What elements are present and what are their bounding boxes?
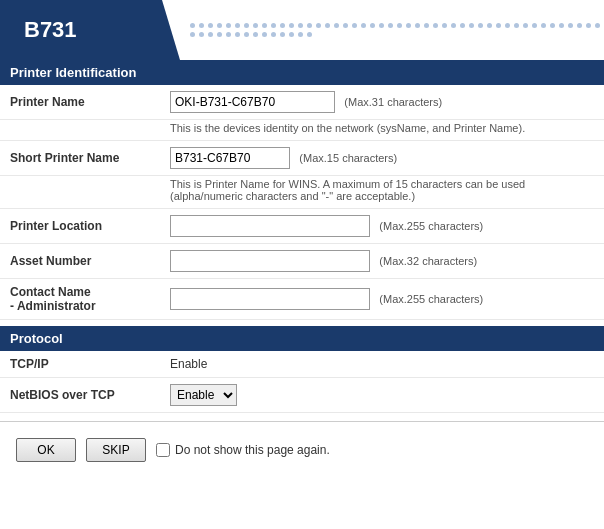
header-decoration <box>180 0 604 60</box>
footer: OK SKIP Do not show this page again. <box>0 421 604 478</box>
printer-name-label: Printer Name <box>0 85 160 120</box>
tcp-ip-row: TCP/IP Enable <box>0 351 604 378</box>
protocol-form: TCP/IP Enable NetBIOS over TCP Enable Di… <box>0 351 604 413</box>
contact-name-row: Contact Name- Administrator (Max.255 cha… <box>0 279 604 320</box>
do-not-show-label[interactable]: Do not show this page again. <box>156 443 330 457</box>
printer-name-row: Printer Name (Max.31 characters) <box>0 85 604 120</box>
printer-name-value-cell: (Max.31 characters) <box>160 85 604 120</box>
asset-number-row: Asset Number (Max.32 characters) <box>0 244 604 279</box>
printer-location-value-cell: (Max.255 characters) <box>160 209 604 244</box>
do-not-show-checkbox[interactable] <box>156 443 170 457</box>
asset-number-label: Asset Number <box>0 244 160 279</box>
contact-name-input[interactable] <box>170 288 370 310</box>
title-text: B731 <box>24 17 77 43</box>
asset-number-value-cell: (Max.32 characters) <box>160 244 604 279</box>
identification-section-header: Printer Identification <box>0 60 604 85</box>
page-header: B731 <box>0 0 604 60</box>
do-not-show-text: Do not show this page again. <box>175 443 330 457</box>
netbios-select[interactable]: Enable Disable <box>170 384 237 406</box>
netbios-row: NetBIOS over TCP Enable Disable <box>0 378 604 413</box>
main-content: Printer Identification Printer Name (Max… <box>0 60 604 413</box>
netbios-value-cell: Enable Disable <box>160 378 604 413</box>
skip-button[interactable]: SKIP <box>86 438 146 462</box>
short-printer-name-row: Short Printer Name (Max.15 characters) <box>0 141 604 176</box>
printer-name-input[interactable] <box>170 91 335 113</box>
printer-name-desc-row: This is the devices identity on the netw… <box>0 120 604 141</box>
printer-location-input[interactable] <box>170 215 370 237</box>
contact-name-max-hint: (Max.255 characters) <box>379 293 483 305</box>
page-title: B731 <box>0 0 180 60</box>
printer-location-row: Printer Location (Max.255 characters) <box>0 209 604 244</box>
contact-name-label: Contact Name- Administrator <box>0 279 160 320</box>
netbios-label: NetBIOS over TCP <box>0 378 160 413</box>
short-printer-name-max-hint: (Max.15 characters) <box>299 152 397 164</box>
asset-number-max-hint: (Max.32 characters) <box>379 255 477 267</box>
dots-pattern <box>190 23 604 37</box>
printer-location-max-hint: (Max.255 characters) <box>379 220 483 232</box>
short-printer-name-description: This is Printer Name for WINS. A maximum… <box>0 176 604 209</box>
identification-form: Printer Name (Max.31 characters) This is… <box>0 85 604 320</box>
printer-name-description: This is the devices identity on the netw… <box>0 120 604 141</box>
short-printer-name-desc-row: This is Printer Name for WINS. A maximum… <box>0 176 604 209</box>
tcp-ip-label: TCP/IP <box>0 351 160 378</box>
short-printer-name-value-cell: (Max.15 characters) <box>160 141 604 176</box>
short-printer-name-label: Short Printer Name <box>0 141 160 176</box>
contact-name-value-cell: (Max.255 characters) <box>160 279 604 320</box>
printer-name-max-hint: (Max.31 characters) <box>344 96 442 108</box>
protocol-section-header: Protocol <box>0 326 604 351</box>
ok-button[interactable]: OK <box>16 438 76 462</box>
asset-number-input[interactable] <box>170 250 370 272</box>
tcp-ip-value: Enable <box>160 351 604 378</box>
printer-location-label: Printer Location <box>0 209 160 244</box>
short-printer-name-input[interactable] <box>170 147 290 169</box>
